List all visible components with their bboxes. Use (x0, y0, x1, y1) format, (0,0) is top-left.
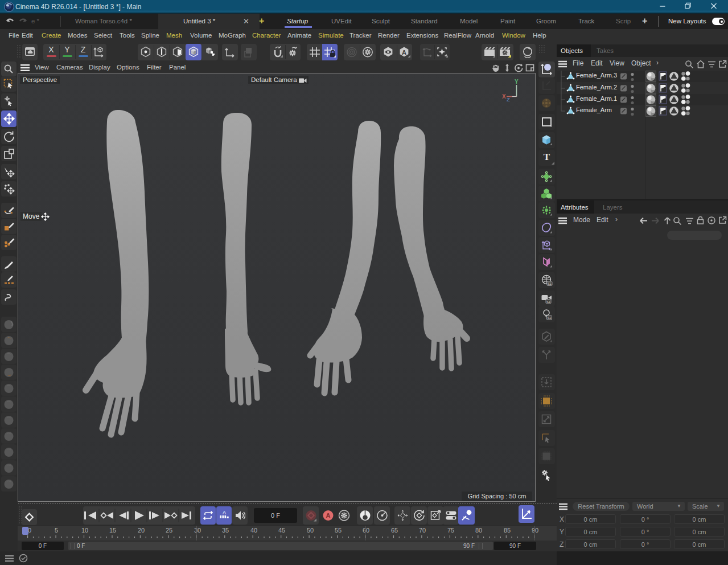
svg-text:A: A (402, 49, 406, 56)
svg-text:S1: S1 (548, 282, 552, 285)
svg-text:S1: S1 (547, 316, 551, 320)
svg-text:A: A (326, 512, 331, 519)
svg-text:S1: S1 (546, 300, 550, 303)
svg-text:A: A (222, 510, 225, 515)
